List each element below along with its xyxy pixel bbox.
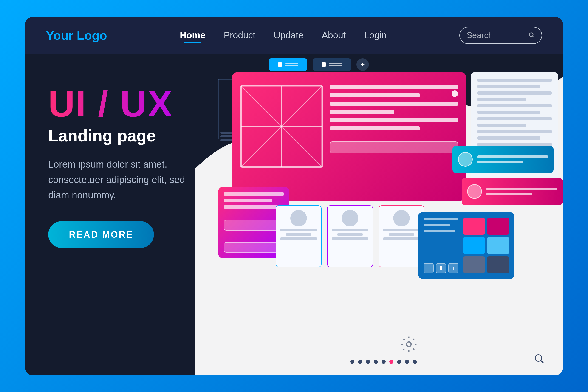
svg-line-1	[533, 36, 534, 38]
sc-line	[477, 104, 552, 108]
left-panel: UI / UX Landing page Lorem ipsum dolor s…	[25, 54, 204, 375]
pb-line	[224, 199, 272, 202]
sc-line	[477, 98, 526, 101]
user-lines	[332, 229, 368, 240]
user-lines	[280, 229, 317, 240]
content-bar	[330, 110, 394, 114]
big-btn-bar	[330, 142, 458, 154]
grid-sq-3	[463, 237, 485, 254]
toolbar-btn-1[interactable]	[269, 58, 307, 71]
sc-line	[477, 78, 552, 82]
user-avatar-3	[393, 210, 410, 226]
cc-line	[477, 156, 548, 158]
profile-avatar-1	[458, 152, 473, 167]
sc-line	[477, 92, 552, 94]
pb-button-2[interactable]	[224, 242, 284, 252]
nav-login[interactable]: Login	[364, 30, 386, 40]
gear-icon	[400, 335, 418, 357]
dot-1[interactable]	[350, 360, 354, 364]
u-line	[280, 229, 317, 232]
content-bar	[330, 93, 420, 97]
nav-product[interactable]: Product	[224, 30, 256, 40]
toolbar-icon-2	[322, 62, 326, 66]
sc-line	[477, 85, 540, 88]
plus-button[interactable]: +	[356, 58, 369, 71]
u-line	[286, 233, 312, 236]
toolbar-line	[285, 63, 298, 64]
pb-line	[224, 192, 284, 196]
dot-7[interactable]	[397, 360, 401, 364]
content-bar	[330, 118, 458, 122]
dot-4[interactable]	[374, 360, 378, 364]
dot-2[interactable]	[358, 360, 362, 364]
hero-title: UI / UX	[48, 84, 204, 124]
grid-sq-4	[487, 237, 509, 254]
dot-5[interactable]	[382, 360, 386, 364]
blue-bottom-card: − ⏸ +	[418, 212, 514, 279]
bottom-user-cards	[276, 205, 424, 267]
user-avatar-2	[342, 210, 358, 226]
toolbar-lines-2	[329, 63, 342, 66]
bbc-pause[interactable]: ⏸	[436, 263, 446, 273]
hero-subtitle: Landing page	[48, 126, 204, 145]
cc-line	[477, 160, 523, 163]
sc-line	[477, 117, 552, 120]
svg-point-0	[530, 32, 533, 36]
bbc-plus[interactable]: +	[448, 263, 458, 273]
pb-line	[224, 205, 278, 208]
u-line	[332, 229, 368, 232]
dot-8[interactable]	[405, 360, 409, 364]
dot-6[interactable]	[389, 360, 394, 364]
main-container: Your Logo Home Product Update About Logi…	[25, 17, 563, 375]
nav-about[interactable]: About	[322, 30, 346, 40]
pb-button[interactable]	[224, 220, 284, 230]
profile-avatar-2	[467, 184, 482, 199]
search-icon-bottom[interactable]	[533, 353, 544, 366]
bbc-line	[424, 230, 455, 232]
content-bar	[330, 126, 420, 130]
grid-sq-6	[487, 256, 509, 273]
toolbar-line	[329, 63, 342, 64]
search-input[interactable]	[467, 30, 524, 40]
card-content	[330, 80, 458, 192]
sc-line	[477, 124, 526, 127]
user-card-2	[327, 205, 373, 267]
svg-point-6	[535, 355, 542, 361]
sc-line	[477, 111, 540, 114]
hero-description: Lorem ipsum dolor sit amet, consectetuer…	[48, 156, 191, 203]
search-bar[interactable]	[460, 27, 542, 44]
grid-sq-5	[463, 256, 485, 273]
content-bar	[330, 85, 458, 89]
cc-line	[486, 188, 557, 190]
right-panel: +	[204, 54, 563, 375]
nav-update[interactable]: Update	[274, 30, 304, 40]
search-icon	[528, 30, 535, 40]
cyan-profile-card-2	[462, 178, 563, 205]
bbc-line	[424, 224, 450, 226]
toolbar-btn-2[interactable]	[312, 58, 351, 71]
svg-line-7	[541, 360, 544, 363]
u-line	[332, 238, 368, 240]
u-line	[383, 229, 420, 232]
cta-button[interactable]: READ MORE	[48, 221, 154, 248]
toolbar-lines-1	[285, 63, 298, 66]
bbc-grid	[463, 218, 509, 273]
bbc-line	[424, 218, 458, 220]
u-line	[389, 233, 414, 236]
cc-line	[486, 193, 532, 196]
dot-9[interactable]	[413, 360, 417, 364]
sc-line	[477, 136, 540, 140]
logo[interactable]: Your Logo	[46, 28, 107, 42]
conn-line-v-left	[218, 79, 219, 139]
user-avatar-1	[290, 210, 307, 226]
content-bar	[330, 102, 458, 106]
profile-lines-1	[477, 156, 548, 163]
dot-3[interactable]	[366, 360, 370, 364]
bbc-minus[interactable]: −	[424, 263, 434, 273]
svg-point-5	[406, 342, 411, 346]
pagination-dots	[350, 360, 417, 364]
nav-home[interactable]: Home	[180, 30, 205, 40]
cyan-profile-card-1	[452, 146, 554, 173]
image-placeholder	[240, 85, 323, 168]
toolbar-icon-1	[278, 62, 282, 66]
